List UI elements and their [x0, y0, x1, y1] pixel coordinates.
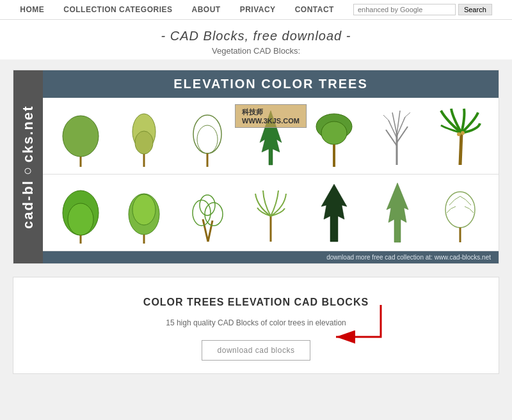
tree-r2-7: [437, 181, 483, 245]
watermark: 科技师WWW.3KJS.COM: [235, 104, 307, 128]
svg-point-3: [135, 131, 153, 154]
cad-right-panel: ELEVATION COLOR TREES 科技师WWW.3KJS.COM: [43, 70, 499, 263]
cad-sidebar-label: cad-bl○cks.net: [13, 70, 43, 263]
tree-5: [311, 104, 357, 168]
tree-r2-4: [248, 181, 294, 245]
arrow-container: download cad blocks: [202, 340, 311, 361]
svg-point-10: [321, 121, 347, 144]
nav-collection[interactable]: COLLECTION CATEGORIES: [63, 5, 172, 14]
download-button[interactable]: download cad blocks: [202, 340, 311, 361]
main-content: cad-bl○cks.net ELEVATION COLOR TREES 科技师…: [0, 59, 512, 389]
search-button[interactable]: Search: [458, 4, 492, 15]
svg-point-33: [205, 203, 223, 226]
site-title: - CAD Blocks, free download -: [0, 29, 512, 43]
tree-3: [184, 104, 230, 168]
desc-text: 15 high quality CAD Blocks of color tree…: [26, 318, 486, 327]
cad-footer: download more free cad collection at: ww…: [43, 251, 499, 263]
svg-point-34: [200, 195, 215, 215]
svg-point-6: [197, 125, 218, 153]
svg-point-22: [457, 132, 461, 136]
search-form: Search: [353, 4, 492, 15]
nav-about[interactable]: ABOUT: [192, 5, 221, 14]
download-area: download cad blocks: [202, 340, 311, 361]
nav-home[interactable]: HOME: [20, 5, 44, 14]
tree-r2-3: [184, 181, 230, 245]
svg-marker-36: [321, 184, 347, 242]
svg-line-14: [397, 127, 408, 143]
svg-line-13: [386, 130, 397, 146]
nav-privacy[interactable]: PRIVACY: [240, 5, 276, 14]
cad-trees-row1: 科技师WWW.3KJS.COM: [43, 98, 499, 175]
tree-r2-1: [58, 181, 104, 245]
svg-line-21: [460, 133, 461, 165]
svg-point-23: [461, 131, 465, 135]
svg-point-28: [132, 194, 156, 225]
svg-line-20: [405, 113, 410, 117]
tree-2: [121, 104, 167, 168]
nav-contact[interactable]: CONTACT: [295, 5, 334, 14]
description-block: COLOR TREES ELEVATION CAD BLOCKS 15 high…: [13, 277, 499, 374]
svg-point-25: [68, 203, 93, 235]
tree-1: [58, 104, 104, 168]
svg-line-19: [383, 115, 388, 120]
tree-r2-2: [121, 181, 167, 245]
tree-6: [374, 104, 420, 168]
cad-image-block: cad-bl○cks.net ELEVATION COLOR TREES 科技师…: [13, 70, 499, 264]
red-arrow: [304, 302, 387, 353]
svg-point-0: [63, 116, 99, 157]
search-input[interactable]: [353, 4, 456, 15]
desc-title: COLOR TREES ELEVATION CAD BLOCKS: [26, 297, 486, 308]
svg-point-32: [193, 200, 211, 226]
tree-r2-5: [311, 181, 357, 245]
site-subtitle: Vegetation CAD Blocks:: [0, 46, 512, 56]
cad-title-bar: ELEVATION COLOR TREES: [43, 70, 499, 98]
tree-7: [437, 104, 483, 168]
page-header: - CAD Blocks, free download - Vegetation…: [0, 20, 512, 59]
navigation: HOME COLLECTION CATEGORIES ABOUT PRIVACY…: [0, 0, 512, 20]
svg-marker-37: [387, 183, 408, 242]
tree-r2-6: [374, 181, 420, 245]
cad-trees-row2: [43, 175, 499, 251]
